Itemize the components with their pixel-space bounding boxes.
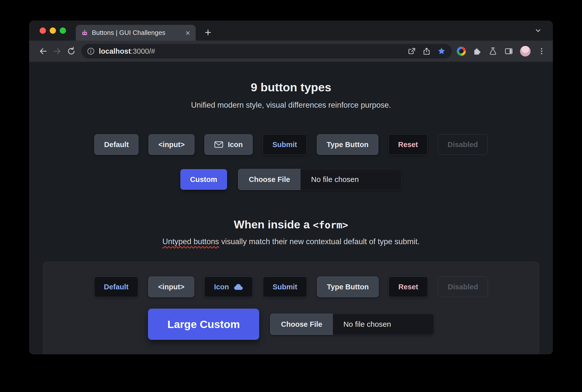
form-section-title: When inside a <form> bbox=[29, 218, 553, 231]
form-button-row-custom: Large Custom Choose File No file chosen bbox=[43, 309, 539, 340]
browser-toolbar: localhost:3000/# bbox=[29, 41, 553, 62]
form-demo-card: Default <input> Icon Submit Type Button … bbox=[43, 262, 539, 354]
form-code-token: <form> bbox=[313, 219, 348, 231]
button-row-custom: Custom Choose File No file chosen bbox=[29, 169, 553, 190]
page-subtitle: Unified modern style, visual differences… bbox=[29, 101, 553, 110]
form-file-status-text: No file chosen bbox=[333, 314, 434, 335]
extensions-puzzle-icon[interactable] bbox=[473, 47, 482, 56]
form-button-disabled: Disabled bbox=[438, 277, 488, 297]
envelope-icon bbox=[214, 141, 223, 148]
address-bar[interactable]: localhost:3000/# bbox=[81, 44, 452, 58]
form-choose-file-button[interactable]: Choose File bbox=[270, 314, 333, 335]
profile-avatar[interactable] bbox=[520, 46, 531, 56]
form-button-icon[interactable]: Icon bbox=[204, 277, 253, 297]
extensions-area bbox=[457, 46, 546, 56]
page-title: 9 button types bbox=[29, 80, 553, 94]
tab-close-icon[interactable]: × bbox=[185, 29, 190, 37]
squiggle-text: Untyped buttons bbox=[162, 237, 219, 246]
window-minimize-button[interactable] bbox=[50, 28, 56, 34]
window-zoom-button[interactable] bbox=[60, 28, 66, 34]
tab-buttons-gui-challenges[interactable]: Buttons | GUI Challenges × bbox=[76, 25, 196, 41]
form-button-submit[interactable]: Submit bbox=[263, 277, 307, 297]
button-reset[interactable]: Reset bbox=[388, 134, 428, 155]
page-content: 9 button types Unified modern style, vis… bbox=[29, 62, 553, 354]
back-icon[interactable] bbox=[36, 44, 50, 58]
bookmark-star-icon[interactable] bbox=[437, 47, 446, 55]
tab-title: Buttons | GUI Challenges bbox=[92, 29, 182, 37]
form-file-input: Choose File No file chosen bbox=[270, 314, 434, 335]
tab-favicon-icon bbox=[81, 29, 88, 36]
new-tab-button[interactable]: + bbox=[202, 27, 214, 38]
button-type-button[interactable]: Type Button bbox=[317, 134, 378, 155]
form-button-default[interactable]: Default bbox=[94, 277, 138, 297]
button-row-main: Default <input> Icon Submit Type Button … bbox=[29, 134, 553, 155]
url-path: :3000/# bbox=[131, 47, 155, 55]
forward-icon[interactable] bbox=[50, 44, 64, 58]
form-button-input[interactable]: <input> bbox=[148, 277, 194, 297]
window-close-button[interactable] bbox=[40, 28, 46, 34]
tab-strip: Buttons | GUI Challenges × + bbox=[29, 21, 553, 41]
cloud-icon bbox=[234, 284, 243, 290]
form-section-subtitle: Untyped buttons visually match their new… bbox=[29, 237, 553, 246]
button-disabled: Disabled bbox=[438, 134, 488, 155]
form-button-reset[interactable]: Reset bbox=[389, 277, 428, 297]
browser-window: Buttons | GUI Challenges × + bbox=[29, 21, 553, 354]
color-wheel-extension-icon[interactable] bbox=[457, 47, 466, 56]
custom-button[interactable]: Custom bbox=[180, 169, 227, 190]
window-controls bbox=[40, 28, 66, 34]
menu-kebab-icon[interactable] bbox=[537, 47, 546, 55]
url-host: localhost bbox=[99, 47, 131, 55]
reload-icon[interactable] bbox=[64, 44, 78, 58]
labs-flask-icon[interactable] bbox=[488, 47, 497, 56]
choose-file-button[interactable]: Choose File bbox=[238, 169, 301, 190]
button-icon[interactable]: Icon bbox=[204, 134, 253, 155]
share-icon[interactable] bbox=[422, 47, 431, 55]
open-in-new-icon[interactable] bbox=[408, 47, 416, 55]
button-input[interactable]: <input> bbox=[149, 134, 194, 155]
form-button-type-button[interactable]: Type Button bbox=[317, 277, 379, 297]
tab-search-chevron-icon[interactable] bbox=[534, 27, 542, 34]
omnibox-actions bbox=[408, 47, 448, 55]
url-text: localhost:3000/# bbox=[99, 47, 155, 55]
site-info-icon[interactable] bbox=[87, 47, 95, 55]
file-status-text: No file chosen bbox=[301, 169, 402, 190]
button-submit[interactable]: Submit bbox=[263, 134, 307, 155]
button-default[interactable]: Default bbox=[94, 134, 138, 155]
large-custom-button[interactable]: Large Custom bbox=[148, 309, 259, 340]
file-input: Choose File No file chosen bbox=[238, 169, 402, 190]
side-panel-icon[interactable] bbox=[504, 47, 513, 56]
form-button-row-main: Default <input> Icon Submit Type Button … bbox=[43, 277, 539, 297]
